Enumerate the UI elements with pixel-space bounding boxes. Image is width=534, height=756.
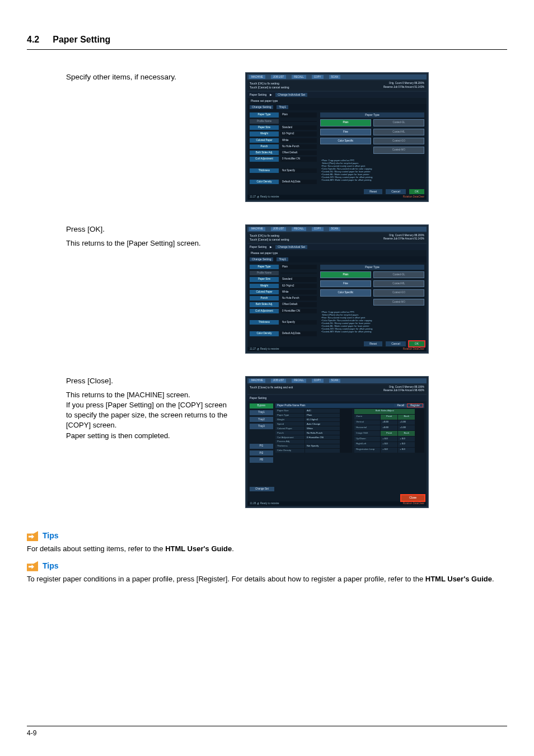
memory-label: Memory: [405, 82, 414, 84]
label-curl[interactable]: Curl Adjustment: [250, 157, 279, 161]
profile-name-value: Plain: [300, 404, 306, 407]
type-coated-mo-button[interactable]: Coated-MO: [373, 147, 424, 153]
change-set-button[interactable]: Change Set: [250, 487, 274, 491]
orig-count-val: 0: [402, 82, 404, 84]
label-both-sides[interactable]: Both Sides Adj.: [250, 151, 279, 155]
status-rotation: Rotation: [403, 195, 413, 198]
orig-count-label: Orig. Count: [389, 82, 402, 84]
ok-button-highlighted[interactable]: OK: [409, 341, 424, 346]
status-dataclear: DataClear: [413, 195, 424, 198]
val-paper-size: Standard: [280, 125, 317, 130]
step3-body3: Paper setting is then completed.: [66, 431, 234, 441]
val-weight: 62-74g/m2: [280, 132, 317, 136]
right-heading-paper-type: Paper Type: [320, 112, 424, 118]
reserve-label: Reserve Job: [383, 86, 397, 88]
tips2-text-a: To register paper conditions in a paper …: [27, 575, 425, 583]
tab-joblist[interactable]: JOB LIST: [271, 227, 287, 231]
side-pi1[interactable]: PI1: [250, 444, 273, 449]
type-coated-gl-button[interactable]: Coated-GL: [373, 119, 424, 126]
tab-recall[interactable]: RECALL: [292, 75, 306, 79]
reserve-val: 0: [398, 86, 400, 88]
side-tray1[interactable]: Tray1: [250, 410, 273, 415]
step2-head: Press [OK].: [66, 224, 234, 235]
tab-copy[interactable]: COPY: [312, 75, 324, 79]
tips1-text-a: For details about setting items, refer t…: [27, 544, 165, 553]
cancel-button[interactable]: Cancel: [386, 189, 406, 194]
val-thickness: Not Specify: [280, 168, 317, 173]
recall-button[interactable]: Recall: [394, 404, 407, 407]
label-weight[interactable]: Weight: [250, 132, 279, 136]
tips-label: Tips: [43, 561, 59, 572]
crumb-paper-setting: Paper Setting: [250, 93, 266, 97]
status-time: 11:27: [250, 195, 256, 198]
label-paper-size[interactable]: Paper Size: [250, 125, 279, 130]
tips1-text-c: .: [232, 544, 234, 553]
info-message: Touch [OK] to fix setting Touch [Cancel]…: [250, 234, 289, 242]
side-pb[interactable]: PB: [250, 457, 273, 462]
tips2-guide-ref: HTML User's Guide: [425, 575, 492, 583]
info-message: Touch [OK] to fix setting Touch [Cancel]…: [250, 82, 289, 90]
section-title: Paper Setting: [53, 34, 110, 46]
type-color-specific-button[interactable]: Color Specific: [320, 138, 371, 144]
tips-icon: [27, 531, 38, 541]
tips-icon: [27, 561, 38, 571]
val-both-sides: Offset Default: [280, 151, 317, 155]
tab-machine[interactable]: MACHINE: [249, 227, 265, 231]
type-coated-ml-button[interactable]: Coated-ML: [373, 129, 424, 135]
tab-recall[interactable]: RECALL: [292, 227, 306, 231]
type-note: •Plain: Copy paper called as PPC Select …: [320, 158, 424, 182]
label-colored-paper[interactable]: Colored Paper: [250, 138, 279, 143]
reset-button[interactable]: Reset: [364, 341, 382, 346]
side-bypass[interactable]: Bypass: [250, 403, 273, 408]
cancel-button[interactable]: Cancel: [386, 341, 406, 346]
tab-copy[interactable]: COPY: [312, 227, 324, 231]
step3-body2: If you press [Paper Setting] on the [COP…: [66, 400, 234, 431]
label-color-density[interactable]: Color Density: [250, 180, 279, 184]
label-paper-type[interactable]: Paper Type: [250, 112, 279, 117]
type-fine-button[interactable]: Fine: [320, 129, 371, 135]
tab-joblist[interactable]: JOB LIST: [271, 75, 287, 79]
subcrumb-change-setting: Change Setting: [250, 105, 273, 109]
side-pi2[interactable]: PI2: [250, 450, 273, 456]
tips1-guide-ref: HTML User's Guide: [165, 544, 232, 553]
prompt-text: Please set paper type: [247, 98, 427, 104]
val-curl: 0 Humidifier ON: [280, 157, 317, 161]
section-number: 4.2: [27, 34, 39, 46]
subcrumb-tray1: Tray1: [277, 105, 288, 109]
side-tray3[interactable]: Tray3: [250, 424, 273, 429]
screenshot-paper-setting-close: MACHINE JOB LIST RECALL COPY SCAN Touch …: [245, 376, 429, 508]
label-punch[interactable]: Punch: [250, 144, 279, 149]
type-coated-go-button[interactable]: Coated-GO: [373, 138, 424, 144]
crumb-change-individual: Change Individual Set: [275, 93, 307, 97]
memory-val: 88.200%: [414, 82, 424, 84]
status-ready: Ready to receive: [260, 195, 279, 198]
file-label: File Amount: [400, 86, 414, 88]
tips2-text-c: .: [492, 575, 494, 583]
profile-name-label: Paper Profile Name: [277, 404, 299, 407]
both-sides-adjust-header: Both Sides Adjust: [354, 409, 415, 414]
tab-scan[interactable]: SCAN: [329, 227, 341, 231]
close-button-highlighted[interactable]: Close: [401, 495, 424, 501]
screenshot-ok-highlight: MACHINE JOB LIST RECALL COPY SCAN Touch …: [245, 224, 429, 354]
step3-head: Press [Close].: [66, 376, 234, 387]
side-tray2[interactable]: Tray2: [250, 417, 273, 422]
tab-machine[interactable]: MACHINE: [249, 75, 265, 79]
file-val: 91.143%: [414, 86, 424, 88]
type-plain-button[interactable]: Plain: [320, 119, 371, 126]
val-color-density: Default Adj.Data: [280, 180, 317, 184]
val-profile-name: [280, 121, 317, 122]
step1-text: Specify other items, if necessary.: [66, 72, 234, 83]
crumb-paper-setting: Paper Setting: [250, 396, 266, 400]
val-paper-type: Plain: [280, 112, 317, 117]
label-thickness[interactable]: Thickness: [250, 168, 279, 173]
tab-scan[interactable]: SCAN: [329, 75, 341, 79]
register-button[interactable]: Register: [407, 404, 423, 407]
label-profile-name: Profile Name: [250, 119, 279, 124]
step3-body1: This returns to the [MACHINE] screen.: [66, 390, 234, 400]
screenshot-paper-type: MACHINE JOB LIST RECALL COPY SCAN Touch …: [245, 72, 429, 201]
reset-button[interactable]: Reset: [364, 189, 382, 194]
val-colored-paper: White: [280, 138, 317, 143]
val-punch: No Hole-Punch: [280, 144, 317, 149]
step2-body: This returns to the [Paper Setting] scre…: [66, 238, 234, 248]
ok-button[interactable]: OK: [409, 189, 424, 194]
